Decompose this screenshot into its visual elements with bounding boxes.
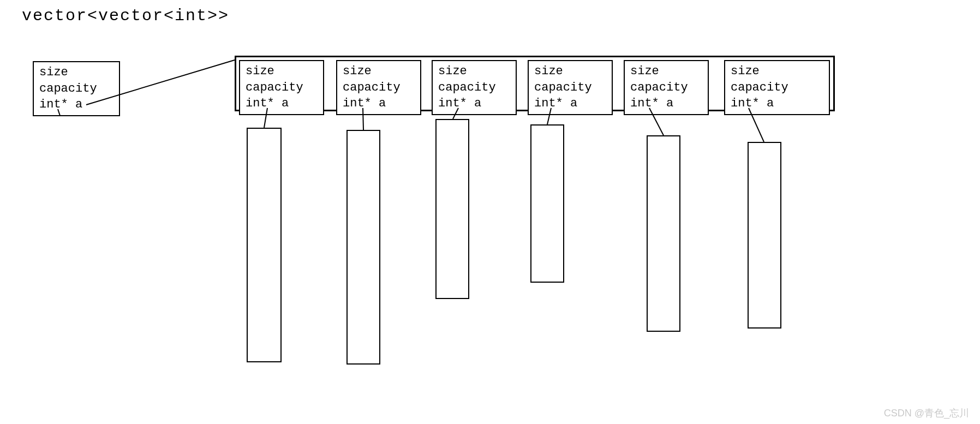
- struct-field-capacity: capacity: [246, 80, 318, 96]
- outer-vector-struct: size capacity int* a: [33, 61, 120, 116]
- int-array-1: [346, 130, 380, 365]
- struct-field-size: size: [39, 64, 113, 81]
- struct-field-pointer: int* a: [534, 95, 606, 112]
- struct-field-size: size: [731, 63, 823, 80]
- inner-vector-struct-0: size capacity int* a: [239, 60, 324, 115]
- struct-field-capacity: capacity: [731, 80, 823, 96]
- int-array-4: [647, 135, 680, 332]
- struct-field-size: size: [343, 63, 415, 80]
- int-array-3: [530, 124, 564, 283]
- struct-field-pointer: int* a: [39, 97, 113, 113]
- watermark: CSDN @青色_忘川: [884, 407, 969, 420]
- inner-vector-struct-2: size capacity int* a: [432, 60, 517, 115]
- struct-field-pointer: int* a: [343, 95, 415, 112]
- int-array-5: [748, 142, 781, 329]
- struct-field-pointer: int* a: [246, 95, 318, 112]
- diagram-title: vector<vector<int>>: [22, 7, 229, 25]
- struct-field-size: size: [438, 63, 510, 80]
- inner-vector-struct-3: size capacity int* a: [528, 60, 613, 115]
- struct-field-pointer: int* a: [731, 95, 823, 112]
- struct-field-size: size: [630, 63, 702, 80]
- struct-field-capacity: capacity: [630, 80, 702, 96]
- struct-field-size: size: [246, 63, 318, 80]
- struct-field-capacity: capacity: [534, 80, 606, 96]
- inner-vector-struct-5: size capacity int* a: [724, 60, 830, 115]
- struct-field-pointer: int* a: [630, 95, 702, 112]
- struct-field-size: size: [534, 63, 606, 80]
- inner-vector-struct-4: size capacity int* a: [624, 60, 709, 115]
- struct-field-capacity: capacity: [39, 81, 113, 97]
- int-array-0: [247, 128, 282, 362]
- struct-field-capacity: capacity: [343, 80, 415, 96]
- int-array-2: [435, 119, 469, 299]
- struct-field-capacity: capacity: [438, 80, 510, 96]
- inner-vector-struct-1: size capacity int* a: [336, 60, 421, 115]
- struct-field-pointer: int* a: [438, 95, 510, 112]
